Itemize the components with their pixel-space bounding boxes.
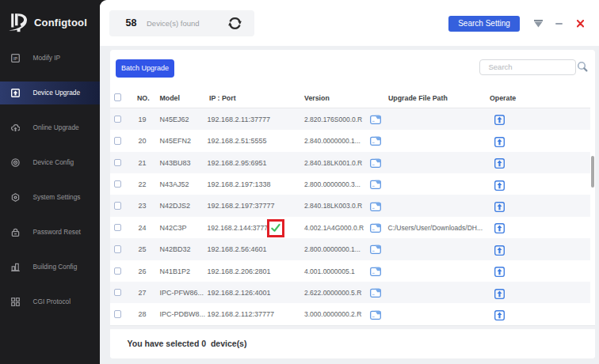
svg-text:IP: IP — [13, 56, 17, 61]
